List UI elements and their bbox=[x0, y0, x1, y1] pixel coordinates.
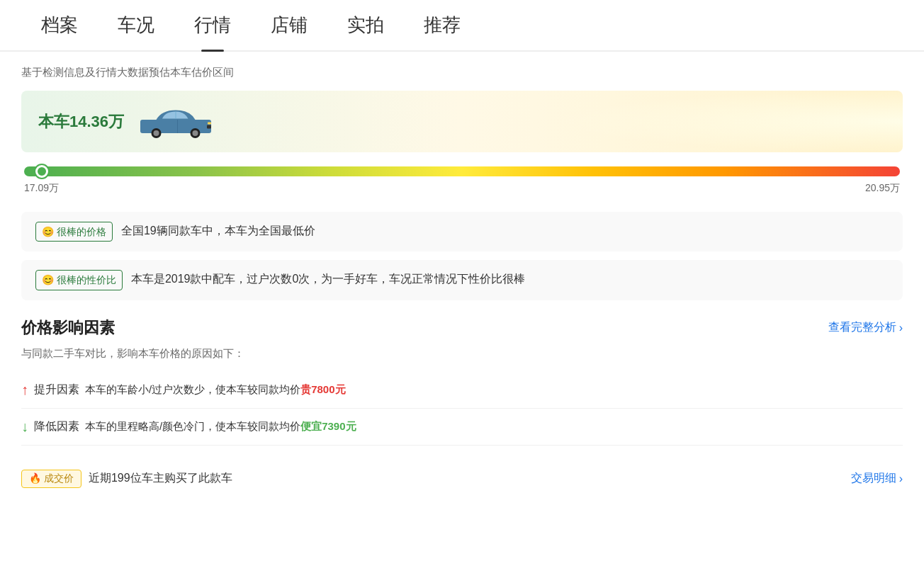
factor-row-down: ↓ 降低因素 本车的里程略高/颜色冷门，使本车较同款均价便宜7390元 bbox=[21, 409, 903, 446]
price-banner: 本车14.36万 bbox=[21, 91, 903, 152]
deal-tag: 🔥 成交价 bbox=[21, 470, 81, 488]
nav-item-tuijian[interactable]: 推荐 bbox=[404, 0, 480, 50]
chevron-right-icon: › bbox=[899, 322, 903, 334]
eval-section: 😊 很棒的价格 全国19辆同款车中，本车为全国最低价 😊 很棒的性价比 本车是2… bbox=[21, 212, 903, 300]
nav-item-hangqing[interactable]: 行情 bbox=[174, 0, 251, 50]
price-gradient-bar bbox=[24, 166, 900, 176]
svg-rect-7 bbox=[207, 125, 211, 129]
factors-header: 价格影响因素 查看完整分析 › bbox=[21, 317, 903, 339]
eval-tag-value: 😊 很棒的性价比 bbox=[35, 270, 123, 290]
deal-detail-label: 交易明细 bbox=[851, 471, 896, 486]
chevron-right-deal-icon: › bbox=[899, 472, 903, 485]
price-range-container: 17.09万 20.95万 bbox=[21, 165, 903, 195]
svg-rect-6 bbox=[208, 123, 211, 125]
factor-text-before-down: 本车的里程略高/颜色冷门，使本车较同款均价 bbox=[85, 420, 300, 432]
nav-item-dangan[interactable]: 档案 bbox=[21, 0, 98, 50]
nav-item-shipai[interactable]: 实拍 bbox=[327, 0, 404, 50]
price-max-label: 20.95万 bbox=[865, 182, 900, 195]
subtitle-text: 基于检测信息及行情大数据预估本车估价区间 bbox=[21, 66, 903, 79]
factor-highlight-up: 贵7800元 bbox=[300, 383, 345, 395]
deal-detail-link[interactable]: 交易明细 › bbox=[851, 471, 903, 486]
car-image bbox=[137, 102, 215, 141]
nav-bar: 档案 车况 行情 店铺 实拍 推荐 bbox=[0, 0, 924, 52]
factor-label-up: 提升因素 bbox=[34, 382, 79, 397]
factors-title: 价格影响因素 bbox=[21, 317, 115, 339]
view-full-analysis-link[interactable]: 查看完整分析 › bbox=[828, 320, 903, 335]
eval-text-value: 本车是2019款中配车，过户次数0次，为一手好车，车况正常情况下性价比很棒 bbox=[131, 270, 526, 288]
deal-section: 🔥 成交价 近期199位车主购买了此款车 交易明细 › bbox=[21, 460, 903, 498]
banner-decoration bbox=[550, 91, 903, 152]
nav-item-chekuang[interactable]: 车况 bbox=[98, 0, 174, 50]
price-min-label: 17.09万 bbox=[24, 182, 59, 195]
down-arrow-icon: ↓ bbox=[21, 419, 28, 435]
main-content: 基于检测信息及行情大数据预估本车估价区间 本车14.36万 bbox=[0, 52, 924, 512]
svg-rect-0 bbox=[140, 120, 211, 133]
eval-card-price: 😊 很棒的价格 全国19辆同款车中，本车为全国最低价 bbox=[21, 212, 903, 251]
price-labels: 17.09万 20.95万 bbox=[24, 182, 900, 195]
nav-item-dianpu[interactable]: 店铺 bbox=[251, 0, 327, 50]
factor-highlight-down: 便宜7390元 bbox=[300, 420, 356, 432]
factor-label-down: 降低因素 bbox=[34, 419, 79, 434]
factor-text-up: 本车的车龄小/过户次数少，使本车较同款均价贵7800元 bbox=[85, 383, 346, 397]
view-full-analysis-label: 查看完整分析 bbox=[828, 320, 896, 335]
factors-description: 与同款二手车对比，影响本车价格的原因如下： bbox=[21, 347, 903, 361]
eval-tag-price: 😊 很棒的价格 bbox=[35, 222, 113, 242]
svg-point-3 bbox=[154, 130, 159, 136]
factor-text-before-up: 本车的车龄小/过户次数少，使本车较同款均价 bbox=[85, 383, 300, 395]
factor-row-up: ↑ 提升因素 本车的车龄小/过户次数少，使本车较同款均价贵7800元 bbox=[21, 372, 903, 409]
eval-text-price: 全国19辆同款车中，本车为全国最低价 bbox=[121, 222, 315, 240]
car-price-label: 本车14.36万 bbox=[38, 111, 124, 132]
factor-text-down: 本车的里程略高/颜色冷门，使本车较同款均价便宜7390元 bbox=[85, 420, 356, 434]
deal-left: 🔥 成交价 近期199位车主购买了此款车 bbox=[21, 470, 232, 488]
price-indicator-dot bbox=[35, 165, 48, 178]
eval-card-value: 😊 很棒的性价比 本车是2019款中配车，过户次数0次，为一手好车，车况正常情况… bbox=[21, 260, 903, 300]
factors-section: 价格影响因素 查看完整分析 › 与同款二手车对比，影响本车价格的原因如下： ↑ … bbox=[21, 317, 903, 446]
deal-text: 近期199位车主购买了此款车 bbox=[89, 471, 232, 486]
svg-point-5 bbox=[193, 130, 198, 136]
price-bar-wrapper bbox=[24, 165, 900, 178]
up-arrow-icon: ↑ bbox=[21, 382, 28, 398]
